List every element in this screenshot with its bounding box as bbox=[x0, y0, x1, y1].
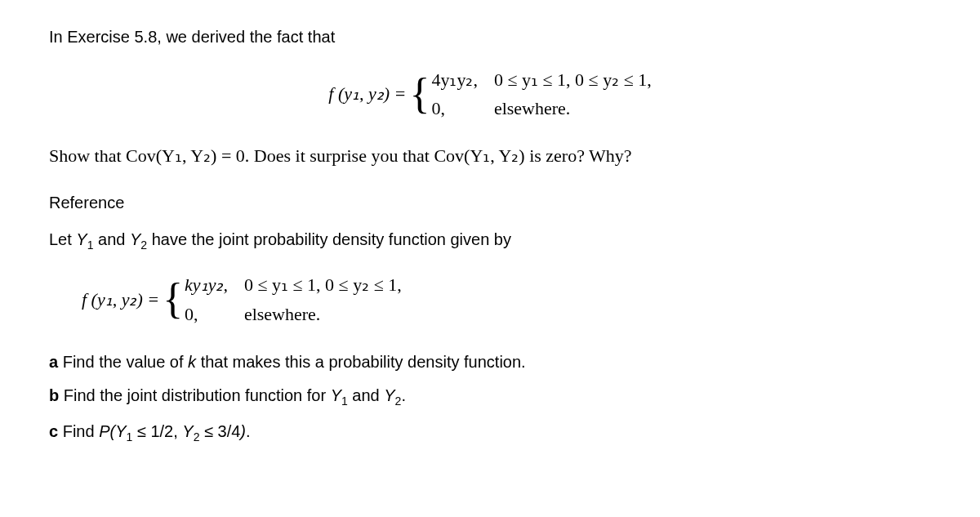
pdf1-case1-expr: 4y₁y₂, bbox=[431, 65, 494, 94]
pdf1-lhs: f (y₁, y₂) = bbox=[328, 83, 406, 105]
left-brace-icon: { bbox=[409, 75, 430, 114]
left-brace-icon-2: { bbox=[163, 280, 183, 319]
part-c-text: Find P(Y1 ≤ 1/2, Y2 ≤ 3/4). bbox=[58, 422, 250, 440]
question-span: Show that Cov(Y₁, Y₂) = 0. Does it surpr… bbox=[49, 145, 632, 166]
part-a-label: a bbox=[49, 353, 58, 371]
pdf2-lhs: f (y₁, y₂) = bbox=[82, 289, 159, 310]
part-b-label: b bbox=[49, 386, 59, 404]
reference-heading: Reference bbox=[49, 194, 931, 212]
part-b: b Find the joint distribution function f… bbox=[49, 386, 931, 408]
part-c-label: c bbox=[49, 422, 58, 440]
question-text: Show that Cov(Y₁, Y₂) = 0. Does it surpr… bbox=[49, 142, 931, 169]
question-list: a Find the value of k that makes this a … bbox=[49, 353, 931, 443]
pdf2-case2-expr: 0, bbox=[185, 300, 244, 328]
pdf1-case2-expr: 0, bbox=[431, 94, 494, 123]
pdf1-case1-cond: 0 ≤ y₁ ≤ 1, 0 ≤ y₂ ≤ 1, bbox=[494, 65, 652, 94]
pdf1-equation: f (y₁, y₂) = { 4y₁y₂, 0 ≤ y₁ ≤ 1, 0 ≤ y₂… bbox=[49, 65, 931, 123]
pdf2-case2-cond: elsewhere. bbox=[244, 300, 402, 328]
part-b-text: Find the joint distribution function for… bbox=[59, 386, 406, 404]
part-a: a Find the value of k that makes this a … bbox=[49, 353, 931, 372]
pdf2-case1-expr: ky₁y₂, bbox=[185, 270, 244, 299]
reference-text: Let Y1 and Y2 have the joint probability… bbox=[49, 230, 511, 248]
pdf2-case1-cond: 0 ≤ y₁ ≤ 1, 0 ≤ y₂ ≤ 1, bbox=[244, 270, 402, 299]
intro-text: In Exercise 5.8, we derived the fact tha… bbox=[49, 25, 931, 49]
reference-label: Reference bbox=[49, 194, 124, 212]
intro-span: In Exercise 5.8, we derived the fact tha… bbox=[49, 28, 335, 46]
part-a-text: Find the value of k that makes this a pr… bbox=[58, 353, 526, 371]
pdf1-case2-cond: elsewhere. bbox=[494, 94, 652, 123]
pdf2-equation: f (y₁, y₂) = { ky₁y₂, 0 ≤ y₁ ≤ 1, 0 ≤ y₂… bbox=[82, 270, 931, 328]
reference-text-line: Let Y1 and Y2 have the joint probability… bbox=[49, 227, 931, 254]
part-c: c Find P(Y1 ≤ 1/2, Y2 ≤ 3/4). bbox=[49, 422, 931, 443]
